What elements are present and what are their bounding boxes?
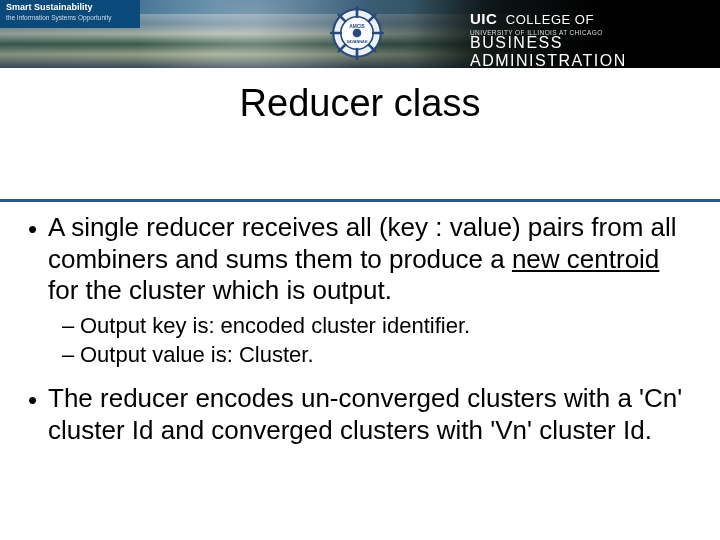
business-admin-text: BUSINESS ADMINISTRATION <box>470 34 706 68</box>
bullet-1: • A single reducer receives all (key : v… <box>28 212 692 307</box>
uic-logo-text: UIC <box>470 10 497 27</box>
college-of-text: COLLEGE OF <box>506 12 594 27</box>
bullet-1-part3: for the cluster which is output. <box>48 275 392 305</box>
banner-right-block: UIC COLLEGE OF UNIVERSITY OF ILLINOIS AT… <box>410 0 720 68</box>
sub-bullet-1: – Output key is: encoded cluster identif… <box>62 313 692 340</box>
bullet-1-sublist: – Output key is: encoded cluster identif… <box>62 313 692 369</box>
slide-body: • A single reducer receives all (key : v… <box>0 202 720 446</box>
banner-left-subtitle: the Information Systems Opportunity <box>6 14 112 21</box>
bullet-1-underlined: new centroid <box>512 244 659 274</box>
sub-bullet-1-text: Output key is: encoded cluster identifie… <box>80 313 692 340</box>
banner-left-badge: Smart Sustainability the Information Sys… <box>0 0 140 28</box>
bullet-2-text: The reducer encodes un-converged cluster… <box>48 383 692 446</box>
bullet-dot-icon: • <box>28 212 48 307</box>
banner-left-title: Smart Sustainability <box>6 2 93 12</box>
dash-icon: – <box>62 313 80 340</box>
bullet-dot-icon: • <box>28 383 48 446</box>
ship-wheel-icon: AMCIS SAVANNAH <box>330 6 384 60</box>
dash-icon: – <box>62 342 80 369</box>
sub-bullet-2: – Output value is: Cluster. <box>62 342 692 369</box>
svg-point-10 <box>353 29 362 38</box>
sub-bullet-2-text: Output value is: Cluster. <box>80 342 692 369</box>
wheel-text-bottom: SAVANNAH <box>347 40 368 44</box>
slide: Smart Sustainability the Information Sys… <box>0 0 720 540</box>
slide-title: Reducer class <box>0 82 720 125</box>
wheel-text-top: AMCIS <box>349 24 365 29</box>
bullet-1-text: A single reducer receives all (key : val… <box>48 212 692 307</box>
header-banner: Smart Sustainability the Information Sys… <box>0 0 720 68</box>
bullet-2: • The reducer encodes un-converged clust… <box>28 383 692 446</box>
